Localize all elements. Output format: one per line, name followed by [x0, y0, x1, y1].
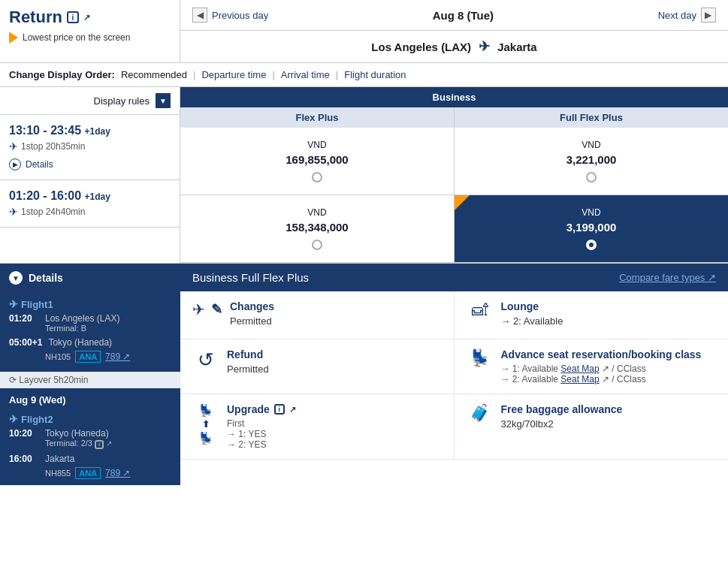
main-grid: Display rules ▼ 13:10 - 23:45 +1day ✈ 1s… — [0, 87, 728, 263]
flight2-detail: ✈ Flight2 10:20 Tokyo (Haneda) Terminal:… — [0, 407, 180, 485]
upgrade-info-icon[interactable]: i — [274, 404, 285, 415]
origin-label: Los Angeles (LAX) — [371, 41, 471, 53]
display-rules-dropdown[interactable]: ▼ — [156, 93, 171, 108]
display-rules-label: Display rules — [94, 95, 150, 107]
compare-fare-link[interactable]: Compare fare types ↗ — [619, 272, 716, 283]
fare-seat: 💺 Advance seat reservation/booking class… — [455, 339, 729, 394]
flight-2-flex-plus-cell[interactable]: VND 158,348,000 — [180, 195, 454, 262]
sort-arrival-time[interactable]: Arrival time — [281, 69, 330, 80]
changes-icons: ✈ ✎ — [192, 300, 222, 318]
fare-title-prefix: Business — [192, 271, 238, 284]
flight-time-2: 01:20 - 16:00 +1day — [9, 189, 171, 203]
seat-map-link-1[interactable]: Seat Map — [560, 363, 599, 374]
col-header-row: Business — [180, 87, 728, 107]
flight-1-flex-plus-cell[interactable]: VND 169,855,000 — [180, 128, 454, 195]
details-arrow-icon-1: ▶ — [9, 158, 21, 170]
amount-1-1: 169,855,000 — [285, 153, 348, 166]
refund-icon: ↺ — [192, 348, 219, 372]
ana-logo-1: ANA — [75, 351, 101, 363]
details-section: ▼ Details ✈ Flight1 01:20 Los Angeles (L… — [0, 263, 728, 485]
lowest-price-label: Lowest price on the screen — [23, 32, 130, 43]
flight-num-link-1[interactable]: 789 ↗ — [105, 351, 130, 362]
changes-content: Changes Permitted — [230, 300, 442, 330]
terminal-ext-icon[interactable]: ↗ — [106, 439, 112, 448]
baggage-icon: 🧳 — [467, 403, 494, 423]
display-rules-row: Display rules ▼ — [0, 87, 180, 115]
flight1-dep-time: 01:20 — [9, 313, 39, 333]
prev-day-arrow-icon: ◀ — [192, 8, 207, 23]
radio-2-2[interactable] — [586, 240, 597, 250]
baggage-value: 32kg/70lbx2 — [501, 418, 717, 430]
sort-departure-time[interactable]: Departure time — [201, 69, 266, 80]
details-sidebar: ▼ Details ✈ Flight1 01:20 Los Angeles (L… — [0, 264, 180, 485]
flight2-label: ✈ Flight2 — [9, 413, 171, 425]
next-day-label: Next day — [658, 10, 696, 21]
plane-icon-2: ✈ — [9, 206, 18, 218]
details-toggle-1[interactable]: ▶ Details — [9, 158, 171, 170]
flight2-arr-place: Jakarta — [45, 454, 74, 464]
terminal-info-icon[interactable]: i — [95, 440, 104, 449]
fare-refund-wrap: ↺ Refund Permitted — [192, 348, 442, 378]
seat-map-link-2[interactable]: Seat Map — [560, 374, 599, 385]
upgrade-icons: 💺 ⬆ 💺 — [192, 403, 219, 445]
lounge-value: → 2: Available — [501, 315, 717, 327]
flight2-dep-place: Tokyo (Haneda) — [45, 428, 112, 439]
flight2-label-text: Flight2 — [21, 414, 53, 425]
fare-grid: ✈ ✎ Changes Permitted 🛋 Lounge → 2: Avai… — [180, 291, 728, 460]
upgrade-seat-icon-2: 💺 — [198, 431, 213, 445]
flight1-detail: ✈ Flight1 01:20 Los Angeles (LAX) Termin… — [0, 292, 180, 369]
info-icon[interactable]: i — [67, 11, 79, 23]
radio-1-2[interactable] — [586, 172, 597, 182]
details-toggle-icon[interactable]: ▼ — [9, 271, 23, 285]
lowest-price-bar: Lowest price on the screen — [9, 32, 171, 44]
upgrade-seat-icon: 💺 — [198, 403, 213, 418]
prev-day-label: Previous day — [212, 10, 268, 21]
details-header-label: Details — [29, 272, 63, 284]
current-date: Aug 8 (Tue) — [433, 9, 494, 22]
flight-2-full-flex-plus-cell[interactable]: VND 3,199,000 — [454, 195, 728, 262]
changes-icon: ✈ — [192, 300, 205, 318]
seat-title: Advance seat reservation/booking class — [501, 348, 717, 360]
changes-pencil-icon: ✎ — [211, 301, 222, 318]
flight-info-2: 01:20 - 16:00 +1day ✈ 1stop 24h40min — [0, 180, 180, 228]
baggage-content: Free baggage allowance 32kg/70lbx2 — [501, 403, 717, 433]
flight-stops-2: ✈ 1stop 24h40min — [9, 206, 171, 218]
radio-2-1[interactable] — [312, 240, 322, 250]
flight-info-1: 13:10 - 23:45 +1day ✈ 1stop 20h35min ▶ D… — [0, 115, 180, 180]
return-label: Return — [9, 8, 62, 27]
amount-2-1: 158,348,000 — [285, 221, 348, 234]
prev-day-button[interactable]: ◀ Previous day — [192, 8, 268, 23]
flight2-terminal: Terminal: 2/3 i ↗ — [45, 439, 112, 449]
orange-flag-icon — [9, 32, 18, 44]
upgrade-title: Upgrade i ↗ — [227, 403, 442, 415]
seat-sub-2: → 2: Available Seat Map ↗ / CClass — [501, 374, 717, 385]
flight-stops-1: ✈ 1stop 20h35min — [9, 140, 171, 152]
currency-1-1: VND — [307, 140, 326, 150]
sub-header-row: Flex Plus Full Flex Plus — [180, 107, 728, 128]
fare-upgrade-wrap: 💺 ⬆ 💺 Upgrade i ↗ First → 1: YES → 2: YE… — [192, 403, 442, 450]
external-link-icon[interactable]: ↗ — [83, 13, 90, 23]
flight-num-link-2[interactable]: 789 ↗ — [105, 468, 130, 478]
lounge-icon: 🛋 — [467, 300, 494, 320]
upgrade-ext-icon[interactable]: ↗ — [289, 405, 296, 415]
fare-seat-wrap: 💺 Advance seat reservation/booking class… — [467, 348, 717, 385]
refund-title: Refund — [227, 348, 442, 360]
upgrade-content: Upgrade i ↗ First → 1: YES → 2: YES — [227, 403, 442, 450]
fare-changes: ✈ ✎ Changes Permitted — [180, 291, 455, 339]
refund-value: Permitted — [227, 363, 442, 375]
ana-logo-2: ANA — [75, 467, 101, 479]
radio-1-1[interactable] — [312, 172, 322, 182]
upgrade-sub-1: → 1: YES — [227, 429, 442, 439]
route-bar: Los Angeles (LAX) ✈ Jakarta — [180, 31, 728, 62]
layover-text: Layover 5h20min — [19, 375, 88, 385]
flight-1-full-flex-plus-cell[interactable]: VND 3,221,000 — [454, 128, 728, 195]
lounge-content: Lounge → 2: Available — [501, 300, 717, 330]
sep3: | — [336, 69, 338, 80]
seat-content: Advance seat reservation/booking class →… — [501, 348, 717, 385]
amount-1-2: 3,221,000 — [566, 153, 617, 166]
fare-lounge-wrap: 🛋 Lounge → 2: Available — [467, 300, 717, 330]
next-day-button[interactable]: Next day ▶ — [658, 8, 716, 23]
sidebar: Display rules ▼ 13:10 - 23:45 +1day ✈ 1s… — [0, 87, 180, 263]
flight2-airline-info: NH855 ANA 789 ↗ — [9, 467, 171, 479]
sort-flight-duration[interactable]: Flight duration — [344, 69, 406, 80]
